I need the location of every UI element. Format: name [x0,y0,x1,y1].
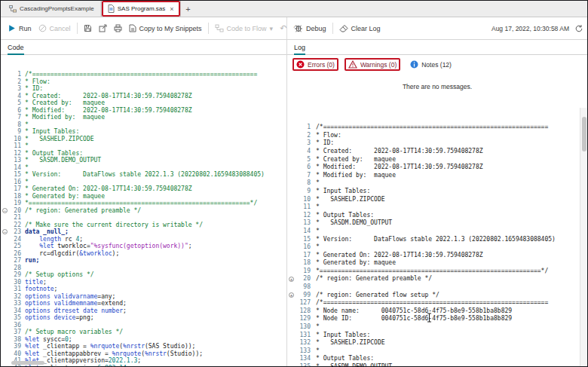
errors-filter[interactable]: Errors (0) [296,60,335,69]
close-tab-icon[interactable]: × [170,5,173,13]
cancel-button[interactable]: Cancel [35,20,74,37]
line-number: 2 [296,132,311,140]
log-line: 6* Modified: 2022-08-17T14:30:59.7594082… [287,164,587,172]
log-text: /* region: Generated preamble */ [316,275,432,283]
expand-region-icon[interactable]: + [289,292,294,298]
code-line[interactable]: 21 [1,214,286,222]
notes-filter[interactable]: Notes (12) [410,60,452,69]
code-line[interactable]: 26 rc=dlgcdir(&tworkloc); [1,250,286,258]
code-line[interactable]: 2* Flow: [1,78,286,86]
open-new-window-button[interactable] [96,20,110,37]
code-line[interactable]: −23data _null_; [1,228,286,236]
print-button[interactable] [111,20,125,37]
code-line[interactable]: 39%let _clientapp = %nrquote(%nrstr(SAS … [1,343,286,350]
run-button[interactable]: Run [5,20,35,37]
code-line[interactable]: 29/* Setup options */ [1,271,286,279]
fold-gutter [1,257,9,265]
code-line[interactable]: 24 length rc 4; [1,236,286,243]
line-number: 18 [9,193,21,200]
code-line[interactable]: −20/* region: Generated preamble */ [1,207,286,215]
code-line[interactable]: 17* Generated On: 2022-08-17T14:30:59.75… [1,185,286,193]
code-line[interactable]: 12* Output Tables: [1,150,286,158]
expand-region-icon[interactable]: + [289,277,294,282]
horizontal-scrollbar-thumb[interactable] [11,361,44,365]
code-line[interactable]: 11* [1,142,286,150]
run-icon [8,24,16,32]
code-line[interactable]: 1/*=====================================… [1,71,286,78]
tab-sas-program[interactable]: SAS Program.sas × [101,1,181,17]
vertical-scrollbar-thumb[interactable] [582,117,586,151]
code-line[interactable]: 7* Modified by: maquee [1,114,286,121]
log-text: /*======================================… [316,124,548,132]
code-line[interactable]: 18* Generated by: maquee [1,193,286,200]
code-line[interactable]: 19*=====================================… [1,200,286,207]
code-line[interactable]: 34options dtreset date number; [1,307,286,315]
code-text: options device=png; [25,314,94,322]
refresh-icon[interactable] [574,24,583,33]
code-editor[interactable]: 1/*=====================================… [1,55,286,366]
line-number: 17 [296,252,311,260]
code-line[interactable]: 3* ID: [1,85,286,93]
copy-to-snippets-button[interactable]: Copy to My Snippets [126,20,205,37]
save-button[interactable] [81,20,95,37]
code-line[interactable]: 6* Modified: 2022-08-17T14:30:59.7594082… [1,107,286,115]
clear-log-button[interactable]: Clear Log [336,20,384,37]
log-text: * Input Tables: [316,332,370,340]
code-line[interactable]: 22/* Make sure the current directory is … [1,222,286,229]
line-number: 23 [9,228,21,236]
line-number: 8 [296,179,311,188]
fold-gutter [287,188,296,196]
tab-code[interactable]: Code [8,44,24,55]
code-line[interactable]: 9* Input Tables: [1,128,286,136]
line-number: 16 [296,243,311,252]
tab-log[interactable]: Log [294,44,305,55]
code-text: * Input Tables: [25,128,79,136]
line-number: 29 [9,271,21,279]
code-line[interactable]: 16* [1,179,286,186]
code-line[interactable]: 4* Created: 2022-08-17T14:30:59.75940827… [1,93,286,100]
code-line[interactable]: 14* [1,164,286,172]
code-text: * Created by: maquee [25,99,105,107]
collapse-region-icon[interactable]: − [2,229,8,234]
line-number: 99 [296,292,311,300]
code-line[interactable]: 38%let syscc=0; [1,336,286,344]
code-text: * Version: DataFlows stable 2022.1.3 (20… [25,171,265,179]
code-line[interactable]: 33options validmemname=extend; [1,300,286,307]
code-line[interactable]: 10* SASHELP.ZIPCODE [1,136,286,143]
code-line[interactable]: 40%let _clientappabbrev = %nrquote(%nrst… [1,350,286,358]
debug-icon [294,24,303,32]
log-text: * Output Tables: [316,355,374,363]
code-to-flow-button[interactable]: Code to Flow ▾ [212,20,277,37]
notes-label: Notes (12) [421,61,452,69]
code-line[interactable]: 25 %let tworkloc="%sysfunc(getoption(wor… [1,243,286,250]
line-number: 16 [9,179,21,186]
tab-cascading-prompts-example[interactable]: CascadingPromptsExample [3,1,101,17]
new-tab-button[interactable]: + [181,1,196,17]
log-line: 131* Input Tables: [287,332,587,340]
code-line[interactable]: 13* SASDM.DEMO_OUTPUT [1,157,286,164]
code-line[interactable]: 15* Version: DataFlows stable 2022.1.3 (… [1,171,286,179]
code-text: %let syscc=0; [25,336,72,344]
cancel-icon [38,24,47,32]
code-line[interactable]: 37/* Setup macro variables */ [1,329,286,336]
collapse-region-icon[interactable]: − [2,208,8,213]
code-line[interactable]: 36 [1,322,286,329]
line-number: 35 [9,314,21,322]
save-icon [84,24,92,32]
debug-button[interactable]: Debug [291,20,329,37]
toolbar: Run Cancel Copy to My Snippets [1,17,587,40]
code-line[interactable]: 30title; [1,279,286,286]
line-number: 20 [296,275,311,283]
code-line[interactable]: 32options validvarname=any; [1,293,286,301]
code-line[interactable]: 27run; [1,257,286,265]
code-line[interactable]: 5* Created by: maquee [1,99,286,107]
code-line[interactable]: 28 [1,265,286,272]
line-number: 11 [9,142,21,150]
warnings-filter[interactable]: Warnings (0) [348,60,397,69]
code-line[interactable]: 31footnote; [1,286,286,293]
log-text: * [316,203,320,212]
code-line[interactable]: 42%let _clientversion=6.803.14; [1,365,286,367]
line-number: 127 [296,299,311,307]
code-line[interactable]: 8* [1,121,286,129]
code-line[interactable]: 35options device=png; [1,314,286,322]
